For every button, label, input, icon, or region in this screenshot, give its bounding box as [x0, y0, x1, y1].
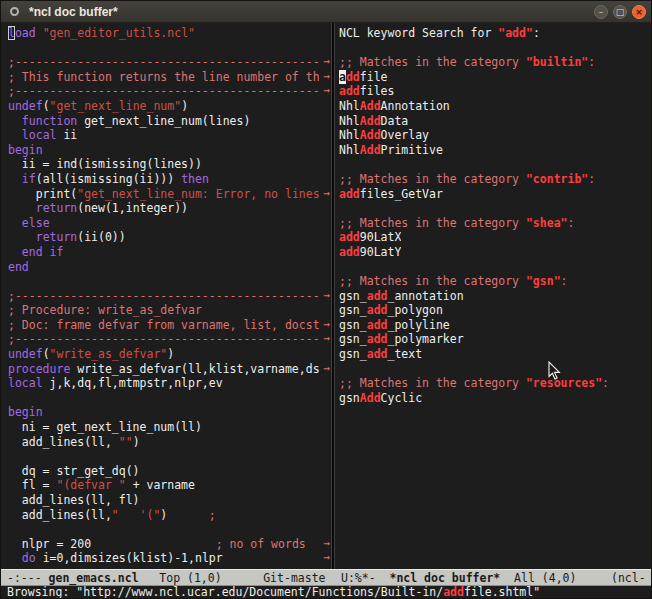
code-line[interactable]: end	[1, 260, 331, 275]
window-title: *ncl doc buffer*	[29, 5, 118, 19]
code-line[interactable]: else	[1, 216, 331, 231]
modeline-buffer-name: gen_emacs.ncl	[49, 571, 139, 585]
code-line[interactable]: ;; Matches in the category "contrib":	[335, 172, 652, 187]
code-line[interactable]	[335, 41, 652, 56]
code-line[interactable]: ;; Matches in the category "builtin":	[335, 55, 652, 70]
code-line[interactable]: NhlAddAnnotation	[335, 99, 652, 114]
code-line[interactable]: ;; Matches in the category "shea":	[335, 216, 652, 231]
mouse-cursor-icon	[548, 361, 561, 381]
code-line[interactable]: ;; Matches in the category "gsn":	[335, 274, 652, 289]
code-line[interactable]: return(ii(0))	[1, 230, 331, 245]
code-line[interactable]	[335, 260, 652, 275]
code-line[interactable]	[1, 274, 331, 289]
code-line[interactable]: ; Doc: frame defvar from varname, list, …	[1, 318, 331, 333]
code-line[interactable]: undef("write_as_defvar")	[1, 347, 331, 362]
minimize-button[interactable]: –	[594, 5, 608, 19]
code-line[interactable]: gsnAddCyclic	[335, 391, 652, 406]
truncation-arrow-icon: →	[323, 362, 330, 377]
code-line[interactable]	[1, 41, 331, 56]
code-lines: NCL keyword Search for "add":;; Matches …	[335, 26, 652, 405]
code-line[interactable]: ;---------------------------------------…	[1, 84, 331, 99]
code-line[interactable]: dq = str_get_dq()	[1, 464, 331, 479]
code-line[interactable]: gsn_add_annotation	[335, 289, 652, 304]
code-line[interactable]: NCL keyword Search for "add":	[335, 26, 652, 41]
code-line[interactable]: end if	[1, 245, 331, 260]
code-lines: load "gen_editor_utils.ncl";------------…	[1, 26, 331, 566]
code-line[interactable]	[1, 391, 331, 406]
modeline-flags: -:---	[7, 571, 49, 585]
right-doc-pane[interactable]: NCL keyword Search for "add":;; Matches …	[335, 23, 652, 569]
code-line[interactable]: undef("get_next_line_num")	[1, 99, 331, 114]
code-line[interactable]: ;---------------------------------------…	[1, 289, 331, 304]
code-line[interactable]: gsn_add_text	[335, 347, 652, 362]
code-line[interactable]: gsn_add_polymarker	[335, 332, 652, 347]
code-line[interactable]: add_lines(ll, "")	[1, 435, 331, 450]
code-line[interactable]: addfiles_GetVar	[335, 187, 652, 202]
code-line[interactable]: NhlAddData	[335, 114, 652, 129]
left-code-pane[interactable]: load "gen_editor_utils.ncl";------------…	[1, 23, 331, 569]
mode-line-right[interactable]: U:%*- *ncl doc buffer* All (4,0) (ncl-	[335, 569, 652, 586]
code-line[interactable]	[1, 449, 331, 464]
code-line[interactable]: local ii	[1, 128, 331, 143]
code-line[interactable]: load "gen_editor_utils.ncl"	[1, 26, 331, 41]
code-line[interactable]: begin	[1, 143, 331, 158]
modeline-flags: U:%*-	[341, 571, 389, 585]
modeline-info: All (4,0) (ncl-	[500, 571, 645, 585]
modeline-info: Top (1,0) Git-maste	[139, 571, 326, 585]
code-line[interactable]: gsn_add_polygon	[335, 303, 652, 318]
code-line[interactable]: nlpr = 200 ; no of words→	[1, 537, 331, 552]
code-line[interactable]: procedure write_as_defvar(ll,klist,varna…	[1, 362, 331, 377]
code-line[interactable]: print("get_next_line_num: Error, no line…	[1, 187, 331, 202]
code-line[interactable]: add_lines(ll, fl)	[1, 493, 331, 508]
code-line[interactable]: begin	[1, 405, 331, 420]
code-line[interactable]: ; Procedure: write_as_defvar	[1, 303, 331, 318]
truncation-arrow-icon: →	[323, 551, 330, 566]
code-line[interactable]: ;---------------------------------------…	[1, 332, 331, 347]
code-line[interactable]: ;---------------------------------------…	[1, 55, 331, 70]
truncation-arrow-icon: →	[323, 70, 330, 85]
code-line[interactable]: ni = get_next_line_num(ll)	[1, 420, 331, 435]
code-line[interactable]: ii = ind(ismissing(lines))	[1, 157, 331, 172]
code-line[interactable]: function get_next_line_num(lines)	[1, 114, 331, 129]
code-line[interactable]: add90LatY	[335, 245, 652, 260]
mode-line-left[interactable]: -:--- gen_emacs.ncl Top (1,0) Git-maste	[1, 569, 335, 586]
code-line[interactable]: local j,k,dq,fl,mtmpstr,nlpr,ev	[1, 376, 331, 391]
code-line[interactable]	[335, 157, 652, 172]
code-line[interactable]: ;; Matches in the category "resources":	[335, 376, 652, 391]
echo-message: Browsing: "http://www.ncl.ucar.edu/Docum…	[7, 586, 540, 599]
window-menu-icon[interactable]	[10, 7, 19, 16]
truncation-arrow-icon: →	[323, 187, 330, 202]
truncation-arrow-icon: →	[323, 289, 330, 304]
echo-area[interactable]: Browsing: "http://www.ncl.ucar.edu/Docum…	[1, 586, 652, 599]
code-line[interactable]	[1, 522, 331, 537]
code-line[interactable]: gsn_add_polyline	[335, 318, 652, 333]
code-line[interactable]: if(all(ismissing(ii))) then	[1, 172, 331, 187]
modeline-buffer-name: *ncl doc buffer*	[389, 571, 500, 585]
code-line[interactable]: fl = "(defvar " + varname	[1, 478, 331, 493]
close-button[interactable]: ×	[632, 5, 646, 19]
code-line[interactable]	[335, 362, 652, 377]
window-controls: – □ ×	[594, 5, 646, 19]
truncation-arrow-icon: →	[323, 332, 330, 347]
code-line[interactable]: return(new(1,integer))	[1, 201, 331, 216]
editor-area: load "gen_editor_utils.ncl";------------…	[1, 23, 652, 569]
code-line[interactable]: addfiles	[335, 84, 652, 99]
code-line[interactable]: ; This function returns the line number …	[1, 70, 331, 85]
maximize-button[interactable]: □	[613, 5, 627, 19]
code-line[interactable]	[335, 201, 652, 216]
truncation-arrow-icon: →	[323, 537, 330, 552]
truncation-arrow-icon: →	[323, 318, 330, 333]
code-line[interactable]: NhlAddPrimitive	[335, 143, 652, 158]
code-line[interactable]: NhlAddOverlay	[335, 128, 652, 143]
truncation-arrow-icon: →	[323, 55, 330, 70]
code-line[interactable]: add90LatX	[335, 230, 652, 245]
title-bar: *ncl doc buffer* – □ ×	[1, 1, 652, 23]
truncation-arrow-icon: →	[323, 84, 330, 99]
code-line[interactable]: add_lines(ll," '(") ;	[1, 508, 331, 523]
code-line[interactable]: do i=0,dimsizes(klist)-1,nlpr→	[1, 551, 331, 566]
code-line[interactable]: addfile	[335, 70, 652, 85]
